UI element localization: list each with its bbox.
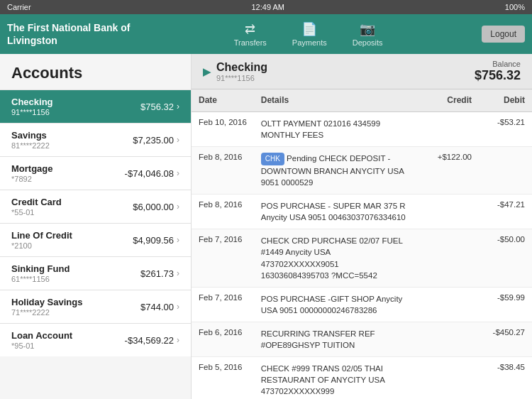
- tx-details: POS PURCHASE - SUPER MAR 375 R Anycity U…: [254, 195, 415, 229]
- chevron-right-icon: ›: [177, 335, 179, 345]
- tx-date: Feb 8, 2016: [192, 195, 254, 229]
- table-row[interactable]: Feb 10, 2016 OLTT PAYMENT 021016 434599 …: [192, 111, 532, 146]
- account-number: 61****1156: [11, 275, 70, 283]
- account-balance: -$74,046.08: [125, 168, 174, 179]
- table-row[interactable]: Feb 8, 2016 POS PURCHASE - SUPER MAR 375…: [192, 195, 532, 229]
- col-credit: Credit: [415, 89, 479, 111]
- col-details: Details: [254, 89, 415, 111]
- transactions-body: Feb 10, 2016 OLTT PAYMENT 021016 434599 …: [192, 111, 532, 399]
- account-item[interactable]: Savings 81****2222 $7,235.00 ›: [0, 123, 191, 156]
- transfers-icon: ⇄: [245, 21, 255, 37]
- battery-label: 100%: [505, 3, 525, 11]
- account-item[interactable]: Line Of Credit *2100 $4,909.56 ›: [0, 223, 191, 256]
- account-item[interactable]: Checking 91****1156 $756.32 ›: [0, 89, 191, 123]
- nav-tab-deposits[interactable]: 📷 Deposits: [340, 18, 396, 50]
- app-header: The First National Bank of Livingston ⇄ …: [0, 14, 532, 54]
- account-item[interactable]: Mortgage *7892 -$74,046.08 ›: [0, 156, 191, 190]
- account-name: Sinking Fund: [11, 263, 70, 274]
- col-debit: Debit: [479, 89, 532, 111]
- table-row[interactable]: Feb 5, 2016 CHECK #999 TRANS 02/05 THAI …: [192, 357, 532, 399]
- balance-label: Balance: [475, 60, 521, 68]
- tx-debit: [479, 146, 532, 194]
- content-area: ▶ Checking 91****1156 Balance $756.32 Da…: [192, 54, 532, 399]
- tx-details: CHECK CRD PURCHASE 02/07 FUEL #1449 Anyc…: [254, 229, 415, 287]
- tx-details: CHECK #999 TRANS 02/05 THAI RESTAURANT O…: [254, 357, 415, 399]
- chevron-right-icon: ›: [177, 202, 179, 212]
- sidebar-title: Accounts: [0, 54, 191, 89]
- tx-details: CHK Pending CHECK DEPOSIT - DOWNTOWN BRA…: [254, 146, 415, 194]
- detail-account-name: Checking: [216, 61, 267, 74]
- logout-button[interactable]: Logout: [482, 26, 525, 43]
- tx-details: POS PURCHASE -GIFT SHOP Anycity USA 9051…: [254, 287, 415, 322]
- table-row[interactable]: Feb 6, 2016 RECURRING TRANSFER REF #OPE8…: [192, 322, 532, 356]
- account-name: Holiday Savings: [11, 297, 82, 307]
- account-item[interactable]: Sinking Fund 61****1156 $261.73 ›: [0, 256, 191, 290]
- tx-date: Feb 7, 2016: [192, 229, 254, 287]
- header-nav: ⇄ Transfers 📄 Payments 📷 Deposits: [135, 18, 482, 50]
- tx-credit: [415, 357, 479, 399]
- account-number: *55-01: [11, 208, 62, 217]
- transactions-wrapper: Date Details Credit Debit Feb 10, 2016 O…: [192, 89, 532, 399]
- deposits-label: Deposits: [353, 38, 383, 47]
- bank-title: The First National Bank of Livingston: [7, 21, 135, 47]
- transactions-table: Date Details Credit Debit Feb 10, 2016 O…: [192, 89, 532, 399]
- col-date: Date: [192, 89, 254, 111]
- table-row[interactable]: Feb 7, 2016 POS PURCHASE -GIFT SHOP Anyc…: [192, 287, 532, 322]
- account-item[interactable]: Credit Card *55-01 $6,000.00 ›: [0, 190, 191, 223]
- table-row[interactable]: Feb 8, 2016 CHK Pending CHECK DEPOSIT - …: [192, 146, 532, 194]
- account-number: 81****2222: [11, 141, 50, 150]
- detail-balance: $756.32: [475, 68, 521, 83]
- status-bar: Carrier 12:49 AM 100%: [0, 0, 532, 14]
- tx-credit: [415, 195, 479, 229]
- account-item[interactable]: Holiday Savings 71****2222 $744.00 ›: [0, 290, 191, 323]
- detail-account-number: 91****1156: [216, 74, 267, 82]
- account-balance: $6,000.00: [133, 202, 174, 212]
- account-name: Line Of Credit: [11, 230, 72, 241]
- chevron-right-icon: ›: [177, 235, 179, 245]
- expand-icon[interactable]: ▶: [203, 66, 211, 77]
- account-balance: -$34,569.22: [125, 335, 174, 346]
- nav-tab-payments[interactable]: 📄 Payments: [279, 18, 340, 50]
- account-number: 91****1156: [11, 108, 53, 116]
- account-name: Mortgage: [11, 163, 53, 174]
- account-name: Credit Card: [11, 197, 62, 207]
- account-number: *2100: [11, 241, 72, 250]
- chevron-right-icon: ›: [177, 302, 179, 312]
- accounts-sidebar: Accounts Checking 91****1156 $756.32 › S…: [0, 54, 192, 399]
- tx-credit: [415, 322, 479, 356]
- account-item[interactable]: Loan Account *95-01 -$34,569.22 ›: [0, 323, 191, 356]
- payments-icon: 📄: [301, 21, 317, 37]
- account-number: *7892: [11, 175, 53, 183]
- chevron-right-icon: ›: [177, 102, 179, 111]
- main-layout: Accounts Checking 91****1156 $756.32 › S…: [0, 54, 532, 399]
- deposits-icon: 📷: [360, 21, 375, 37]
- chevron-right-icon: ›: [177, 168, 179, 178]
- accounts-list: Checking 91****1156 $756.32 › Savings 81…: [0, 89, 191, 356]
- tx-credit: +$122.00: [415, 146, 479, 194]
- payments-label: Payments: [292, 38, 327, 47]
- account-name: Checking: [11, 97, 53, 107]
- account-number: *95-01: [11, 341, 72, 350]
- account-balance: $7,235.00: [133, 135, 174, 146]
- table-row[interactable]: Feb 7, 2016 CHECK CRD PURCHASE 02/07 FUE…: [192, 229, 532, 287]
- account-name: Savings: [11, 130, 50, 141]
- chevron-right-icon: ›: [177, 268, 179, 278]
- check-badge: CHK: [261, 153, 284, 165]
- nav-tab-transfers[interactable]: ⇄ Transfers: [221, 18, 279, 50]
- transfers-label: Transfers: [234, 38, 267, 47]
- tx-date: Feb 8, 2016: [192, 146, 254, 194]
- account-balance: $4,909.56: [133, 235, 174, 246]
- tx-debit: -$59.99: [479, 287, 532, 322]
- tx-date: Feb 10, 2016: [192, 111, 254, 146]
- tx-credit: [415, 111, 479, 146]
- tx-debit: -$38.45: [479, 357, 532, 399]
- table-header-row: Date Details Credit Debit: [192, 89, 532, 111]
- tx-debit: -$53.21: [479, 111, 532, 146]
- carrier-label: Carrier: [7, 3, 31, 11]
- account-balance: $261.73: [140, 268, 174, 279]
- time-label: 12:49 AM: [252, 3, 284, 11]
- tx-details: RECURRING TRANSFER REF #OPE89GHSYP TUITI…: [254, 322, 415, 356]
- tx-date: Feb 7, 2016: [192, 287, 254, 322]
- tx-debit: -$47.21: [479, 195, 532, 229]
- account-name: Loan Account: [11, 330, 72, 341]
